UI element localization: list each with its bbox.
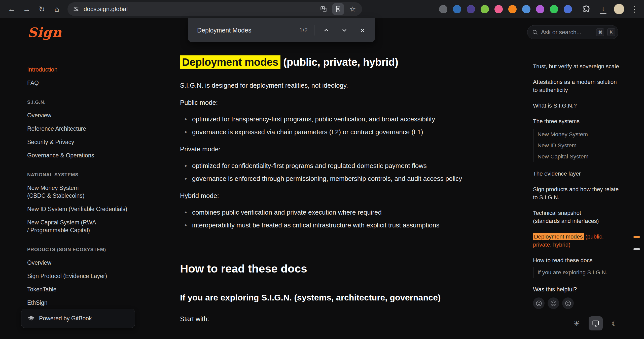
theme-toggle: ☀ ☾ — [570, 316, 621, 330]
sidebar-item-security-privacy[interactable]: Security & Privacy — [25, 135, 144, 149]
sign-logo[interactable]: Sign — [28, 25, 62, 40]
forward-icon[interactable]: → — [20, 2, 34, 16]
url-text: docs.sign.global — [84, 6, 314, 13]
subsection-heading: If you are exploring S.I.G.N. (systems, … — [180, 292, 491, 303]
sidebar-section-products: PRODUCTS (SIGN ECOSYSTEM) — [25, 247, 144, 253]
find-in-page-bar: Deployment Modes 1/2 × — [188, 18, 375, 42]
bullet-item: optimized for transparency-first program… — [192, 114, 491, 124]
light-theme-sun-icon[interactable]: ☀ — [570, 316, 583, 330]
system-theme-monitor-icon[interactable] — [589, 316, 603, 330]
sidebar-item-sign-protocol[interactable]: Sign Protocol (Evidence Layer) — [25, 269, 144, 283]
find-query-input[interactable]: Deployment Modes — [197, 27, 294, 34]
private-mode-bullets: optimized for confidentiality-first prog… — [180, 161, 491, 183]
cmd-key-badge: ⌘ — [596, 28, 604, 36]
translate-icon[interactable] — [318, 3, 329, 15]
toc-item-three-systems[interactable]: The three systems — [533, 117, 621, 125]
private-mode-label: Private mode: — [180, 144, 491, 154]
feedback-question: Was this helpful? — [533, 286, 621, 293]
feedback-buttons — [533, 297, 621, 309]
public-mode-bullets: optimized for transparency-first program… — [180, 114, 491, 137]
sidebar-item-ethsign[interactable]: EthSign — [25, 296, 144, 310]
toc-subgroup-systems: New Money System New ID System New Capit… — [533, 129, 621, 162]
page-title: Deployment modes (public, private, hybri… — [180, 56, 491, 69]
sidebar-item-overview[interactable]: Overview — [25, 109, 144, 122]
sidebar-section-sign: S.I.G.N. — [25, 99, 144, 105]
search-placeholder: Ask or search... — [541, 29, 593, 36]
extension-icon-fox[interactable] — [508, 5, 517, 13]
extension-icon-1[interactable] — [439, 5, 447, 13]
table-of-contents: Trust, but verify at sovereign scale Att… — [533, 62, 621, 309]
toc-item-technical-snapshot[interactable]: Technical snapshot (standards and interf… — [533, 209, 621, 225]
sidebar-item-reference-architecture[interactable]: Reference Architecture — [25, 122, 144, 135]
extension-icon-3[interactable] — [467, 5, 475, 13]
hybrid-mode-bullets: combines public verification and private… — [180, 208, 491, 230]
toc-item-evidence-layer[interactable]: The evidence layer — [533, 170, 621, 178]
reload-icon[interactable]: ↻ — [35, 2, 49, 16]
feedback-sad-icon[interactable] — [562, 297, 574, 309]
sidebar-item-introduction[interactable]: Introduction — [25, 63, 144, 76]
extension-icon-7[interactable] — [522, 5, 530, 13]
find-previous-icon[interactable] — [320, 24, 333, 37]
dark-theme-moon-icon[interactable]: ☾ — [609, 316, 621, 330]
find-match-active-highlight: Deployment modes — [533, 233, 584, 240]
feedback-happy-icon[interactable] — [533, 297, 545, 309]
find-close-icon[interactable]: × — [356, 24, 369, 37]
toc-item-sign-products[interactable]: Sign products and how they relate to S.I… — [533, 185, 621, 201]
site-settings-icon[interactable] — [73, 6, 80, 13]
back-icon[interactable]: ← — [5, 2, 19, 16]
toc-sub-if-exploring[interactable]: If you are exploring S.I.G.N. — [538, 267, 621, 278]
extension-icon-4[interactable] — [481, 5, 489, 13]
profile-avatar[interactable] — [614, 4, 624, 14]
toc-item-trust-but-verify[interactable]: Trust, but verify at sovereign scale — [533, 62, 621, 71]
sidebar-item-products-overview[interactable]: Overview — [25, 256, 144, 269]
sidebar-item-new-money-system[interactable]: New Money System (CBDC & Stablecoins) — [25, 181, 144, 202]
toc-item-what-is-sign[interactable]: What is S.I.G.N.? — [533, 102, 621, 110]
powered-by-gitbook-button[interactable]: Powered by GitBook — [21, 309, 135, 328]
hybrid-mode-label: Hybrid mode: — [180, 191, 491, 200]
search-icon — [532, 29, 538, 35]
address-bar[interactable]: docs.sign.global ☆ — [67, 2, 362, 16]
left-sidebar-nav: Introduction FAQ S.I.G.N. Overview Refer… — [25, 63, 144, 310]
extensions-puzzle-icon[interactable] — [580, 3, 593, 16]
downloads-icon[interactable]: ↓ — [598, 3, 609, 15]
sidebar-item-governance-operations[interactable]: Governance & Operations — [25, 149, 144, 162]
bullet-item: interoperability must be treated as crit… — [192, 220, 491, 230]
scrollbar-find-marker-active — [633, 236, 640, 238]
powered-by-label: Powered by GitBook — [39, 315, 92, 322]
find-in-page-icon[interactable] — [332, 3, 344, 15]
ask-search-bar[interactable]: Ask or search... ⌘ K — [527, 25, 618, 39]
sidebar-section-national-systems: NATIONAL SYSTEMS — [25, 172, 144, 178]
home-icon[interactable]: ⌂ — [50, 2, 64, 16]
feedback-neutral-icon[interactable] — [548, 297, 559, 309]
bullet-item: governance is enforced through permissio… — [192, 174, 491, 183]
bookmark-star-icon[interactable]: ☆ — [347, 3, 359, 15]
sidebar-item-faq[interactable]: FAQ — [25, 76, 144, 90]
scrollbar-find-marker — [633, 248, 640, 250]
toc-item-deployment-modes-active[interactable]: Deployment modes (public, private, hybri… — [533, 233, 621, 249]
toc-item-attestations[interactable]: Attestations as a modern solution to aut… — [533, 78, 621, 94]
toc-sub-new-capital-system[interactable]: New Capital System — [538, 151, 621, 162]
section-divider — [180, 240, 491, 240]
toc-sub-new-money-system[interactable]: New Money System — [538, 129, 621, 140]
browser-menu-icon[interactable]: ⋮ — [629, 3, 639, 16]
extension-icon-5[interactable] — [494, 5, 503, 13]
browser-toolbar: ← → ↻ ⌂ docs.sign.global — [0, 0, 644, 18]
intro-paragraph: S.I.G.N. is designed for deployment real… — [180, 81, 491, 90]
bullet-item: optimized for confidentiality-first prog… — [192, 161, 491, 171]
sidebar-item-new-id-system[interactable]: New ID System (Verifiable Credentials) — [25, 202, 144, 216]
omnibox-actions: ☆ — [318, 3, 359, 15]
bullet-item: governance is expressed via chain parame… — [192, 127, 491, 137]
extension-icon-8[interactable] — [536, 5, 544, 13]
sidebar-item-tokentable[interactable]: TokenTable — [25, 283, 144, 296]
toc-sub-new-id-system[interactable]: New ID System — [538, 140, 621, 151]
extension-icon-10[interactable] — [564, 5, 572, 13]
toc-subgroup-how-to-read: If you are exploring S.I.G.N. — [533, 267, 621, 278]
toolbar-right-controls: ↓ ⋮ — [580, 3, 639, 16]
find-next-icon[interactable] — [338, 24, 351, 37]
main-content: Deployment modes (public, private, hybri… — [180, 56, 491, 324]
sidebar-item-new-capital-system[interactable]: New Capital System (RWA / Programmable C… — [25, 216, 144, 237]
bullet-item: combines public verification and private… — [192, 208, 491, 217]
extension-icon-9[interactable] — [550, 5, 558, 13]
extension-icon-2[interactable] — [453, 5, 461, 13]
toc-item-how-to-read[interactable]: How to read these docs — [533, 256, 621, 264]
